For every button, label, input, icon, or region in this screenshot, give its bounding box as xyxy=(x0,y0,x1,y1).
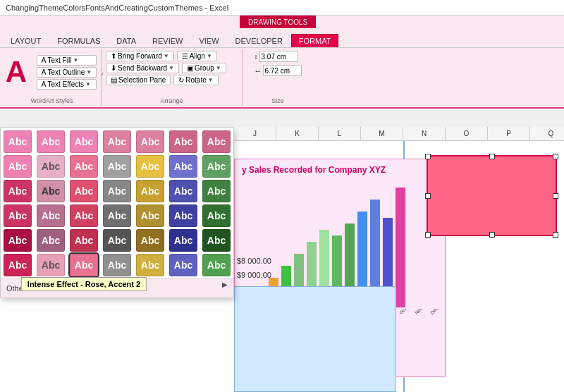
abc-cell-5-3[interactable]: Abc xyxy=(103,254,131,276)
abc-cell-5-4[interactable]: Abc xyxy=(136,254,164,276)
abc-cell-0-6[interactable]: Abc xyxy=(202,130,231,153)
rotate-button[interactable]: ↻ Rotate ▼ xyxy=(173,75,218,85)
tab-developer[interactable]: DEVELOPER xyxy=(228,34,290,47)
group-button[interactable]: ▣ Group ▼ xyxy=(182,63,226,73)
bar-label-11: December xyxy=(429,309,438,315)
tab-format[interactable]: FORMAT xyxy=(291,34,339,47)
col-header-l[interactable]: L xyxy=(319,127,361,140)
abc-cell-0-5[interactable]: Abc xyxy=(169,130,197,153)
tab-formulas[interactable]: FORMULAS xyxy=(49,34,108,47)
rotate-arrow[interactable]: ▼ xyxy=(208,77,214,83)
wordart-styles-section: A A Text Fill ▼ A Text Outline ▼ A xyxy=(3,49,102,106)
abc-cell-0-0[interactable]: Abc xyxy=(4,130,32,153)
col-header-m[interactable]: M xyxy=(361,127,403,140)
bring-forward-button[interactable]: ⬆ Bring Forward ▼ xyxy=(106,51,174,61)
col-header-o[interactable]: O xyxy=(446,127,488,140)
abc-cell-1-5[interactable]: Abc xyxy=(169,155,197,178)
abc-cell-2-5[interactable]: Abc xyxy=(169,180,197,202)
blue-box xyxy=(234,286,396,392)
abc-cell-2-3[interactable]: Abc xyxy=(103,180,131,202)
abc-cell-3-6[interactable]: Abc xyxy=(202,204,231,227)
abc-cell-1-2[interactable]: Abc xyxy=(70,155,98,178)
bring-forward-arrow[interactable]: ▼ xyxy=(164,53,169,59)
value-2: $9 000.00 xyxy=(237,268,276,282)
handle-br[interactable] xyxy=(553,232,558,238)
abc-cell-4-2[interactable]: Abc xyxy=(70,229,98,252)
abc-cell-1-4[interactable]: Abc xyxy=(136,155,164,178)
width-icon: ↔ xyxy=(255,67,262,75)
text-outline-button[interactable]: A Text Outline ▼ xyxy=(37,67,97,78)
height-input[interactable] xyxy=(259,51,298,62)
ribbon: A A Text Fill ▼ A Text Outline ▼ A xyxy=(0,48,564,109)
group-arrow[interactable]: ▼ xyxy=(216,65,221,71)
handle-tc[interactable] xyxy=(489,154,495,159)
handle-tr[interactable] xyxy=(553,154,558,159)
abc-cell-1-6[interactable]: Abc xyxy=(202,155,231,178)
abc-cell-2-0[interactable]: Abc xyxy=(4,180,32,202)
drawing-tools-tab: DRAWING TOOLS xyxy=(240,16,316,28)
text-effects-arrow[interactable]: ▼ xyxy=(85,81,91,87)
abc-cell-5-1[interactable]: Abc xyxy=(37,254,65,276)
width-input[interactable] xyxy=(263,65,302,76)
col-header-n[interactable]: N xyxy=(403,127,446,140)
abc-cell-3-2[interactable]: Abc xyxy=(70,204,98,227)
abc-cell-5-6[interactable]: Abc xyxy=(202,254,231,276)
abc-cell-0-3[interactable]: Abc xyxy=(103,130,131,153)
text-fill-arrow[interactable]: ▼ xyxy=(73,57,78,63)
col-header-k[interactable]: K xyxy=(276,127,319,140)
align-arrow[interactable]: ▼ xyxy=(207,53,212,59)
abc-cell-3-3[interactable]: Abc xyxy=(103,204,131,227)
abc-cell-5-2[interactable]: Abc Intense Effect - Rose, Accent 2 xyxy=(70,254,98,276)
arrange-label: Arrange xyxy=(160,96,183,104)
abc-cell-3-0[interactable]: Abc xyxy=(4,204,32,227)
other-theme-fills[interactable]: Other Theme Fills ▶ xyxy=(1,278,233,298)
abc-cell-4-6[interactable]: Abc xyxy=(202,229,231,252)
col-header-j[interactable]: J xyxy=(234,127,276,140)
tab-layout[interactable]: LAYOUT xyxy=(3,34,49,47)
abc-cell-4-3[interactable]: Abc xyxy=(103,229,131,252)
handle-tl[interactable] xyxy=(425,154,431,159)
send-backward-button[interactable]: ⬇ Send Backward ▼ xyxy=(106,63,179,73)
abc-cell-1-3[interactable]: Abc xyxy=(103,155,131,178)
handle-bl[interactable] xyxy=(425,232,431,238)
abc-cell-0-1[interactable]: Abc xyxy=(37,130,65,153)
align-button[interactable]: ☰ Align ▼ xyxy=(177,51,217,61)
handle-bc[interactable] xyxy=(489,232,495,238)
abc-cell-4-4[interactable]: Abc xyxy=(136,229,164,252)
abc-cell-0-2[interactable]: Abc xyxy=(70,130,98,153)
tab-view[interactable]: VIEW xyxy=(191,34,226,47)
col-header-q[interactable]: Q xyxy=(530,127,564,140)
title-text: ChangingThemeColorsFontsAndCreatingCusto… xyxy=(6,4,228,12)
abc-cell-3-1[interactable]: Abc xyxy=(37,204,65,227)
abc-cell-1-0[interactable]: Abc xyxy=(4,155,32,178)
abc-cell-2-6[interactable]: Abc xyxy=(202,180,231,202)
wordart-a-icon: A xyxy=(0,51,34,93)
abc-cell-2-2[interactable]: Abc xyxy=(70,180,98,202)
size-section: ↕ ↔ Size xyxy=(243,49,313,106)
handle-mr[interactable] xyxy=(553,193,558,199)
handle-ml[interactable] xyxy=(425,193,431,199)
text-outline-arrow[interactable]: ▼ xyxy=(86,69,92,75)
abc-cell-1-1[interactable]: Abc xyxy=(37,155,65,178)
abc-cell-2-4[interactable]: Abc xyxy=(136,180,164,202)
abc-cell-4-0[interactable]: Abc xyxy=(4,229,32,252)
selection-pane-button[interactable]: ▤ Selection Pane xyxy=(106,75,171,85)
abc-cell-4-1[interactable]: Abc xyxy=(37,229,65,252)
abc-cell-3-5[interactable]: Abc xyxy=(169,204,197,227)
send-backward-arrow[interactable]: ▼ xyxy=(168,65,174,71)
abc-cell-5-0[interactable]: Abc xyxy=(4,254,32,276)
abc-cell-0-4[interactable]: Abc xyxy=(136,130,164,153)
abc-cell-5-5[interactable]: Abc xyxy=(169,254,197,276)
text-effects-button[interactable]: A Text Effects ▼ xyxy=(37,79,97,90)
pink-rectangle[interactable] xyxy=(427,155,557,236)
text-fill-button[interactable]: A Text Fill ▼ xyxy=(37,55,97,66)
bar-label-9: October xyxy=(398,309,409,315)
tab-review[interactable]: REVIEW xyxy=(145,34,190,47)
bar-label-10: November xyxy=(414,309,424,315)
abc-cell-3-4[interactable]: Abc xyxy=(136,204,164,227)
col-header-p[interactable]: P xyxy=(488,127,530,140)
more-arrow[interactable]: ▶ xyxy=(222,281,228,288)
abc-cell-4-5[interactable]: Abc xyxy=(169,229,197,252)
abc-cell-2-1[interactable]: Abc xyxy=(37,180,65,202)
tab-data[interactable]: DATA xyxy=(109,34,144,47)
